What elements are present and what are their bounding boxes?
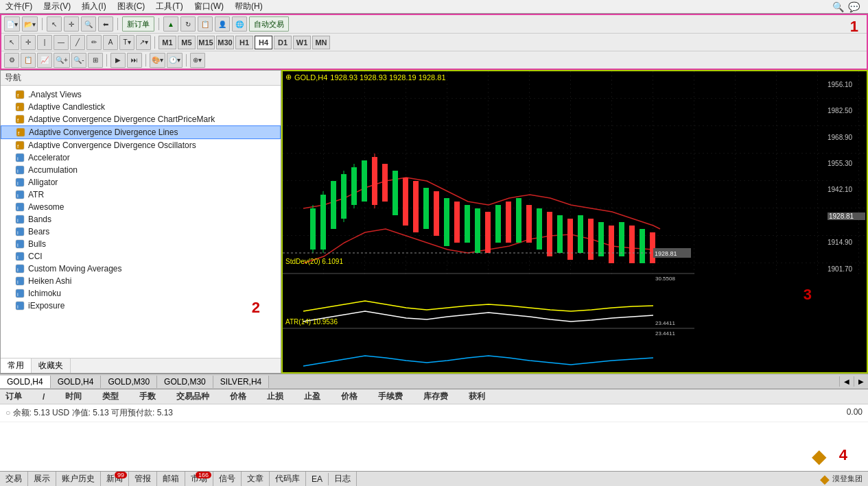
line-btn[interactable]: |	[37, 35, 52, 50]
indicator-item-16[interactable]: iIchimoku	[1, 287, 281, 300]
properties-btn[interactable]: ⚙	[4, 53, 19, 68]
tab-journal[interactable]: 日志	[329, 472, 357, 486]
chat-icon[interactable]: 💬	[848, 1, 860, 12]
indicator-item-3[interactable]: fAdaptive Convergence Divergence Lines	[1, 125, 281, 139]
open-btn[interactable]: 📂▾	[22, 16, 38, 32]
menu-item-insert[interactable]: 插入(I)	[79, 0, 108, 14]
indicator-item-13[interactable]: iCCI	[1, 250, 281, 263]
indicator-item-2[interactable]: fAdaptive Convergence Divergence ChartPr…	[1, 113, 281, 125]
tab-news[interactable]: 新闻 99	[101, 472, 129, 486]
indicator-list-btn[interactable]: 📈	[37, 53, 52, 68]
menu-item-window[interactable]: 窗口(W)	[191, 0, 226, 14]
indicator-label-4: Adaptive Convergence Divergence Oscillat…	[28, 141, 196, 150]
tab-trading[interactable]: 交易	[0, 472, 28, 486]
tab-favorites[interactable]: 收藏夹	[32, 359, 71, 373]
step-btn[interactable]: ⏭	[127, 53, 142, 68]
svg-text:i: i	[17, 193, 19, 199]
chart-tab-2[interactable]: GOLD,M30	[101, 376, 157, 388]
tab-market[interactable]: 市场 166	[185, 472, 213, 486]
tab-regular[interactable]: 常用	[1, 359, 32, 373]
col-price: 价格	[230, 391, 246, 402]
tf-m5[interactable]: M5	[178, 36, 196, 49]
menu-item-help[interactable]: 帮助(H)	[232, 0, 266, 14]
col-profit: 获利	[469, 391, 485, 402]
crosshair2-btn[interactable]: ✛	[21, 35, 36, 50]
tf-h4[interactable]: H4	[255, 36, 272, 49]
chart-nav-left[interactable]: ◀	[839, 376, 854, 387]
tf-mn[interactable]: MN	[312, 36, 330, 49]
tab-ea[interactable]: EA	[306, 473, 329, 485]
chart-tab-4[interactable]: SILVER,H4	[213, 376, 269, 388]
indicator-item-17[interactable]: iiExposure	[1, 300, 281, 312]
news-btn[interactable]: 🌐	[232, 16, 247, 32]
indicator-item-0[interactable]: f.Analyst Views	[1, 88, 281, 101]
menu-item-chart[interactable]: 图表(C)	[115, 0, 148, 14]
indicator-item-7[interactable]: iAlligator	[1, 176, 281, 189]
auto-trade-btn[interactable]: 自动交易	[249, 16, 289, 32]
indicator-item-1[interactable]: fAdaptive Candlestick	[1, 101, 281, 113]
menu-item-tools[interactable]: 工具(T)	[153, 0, 185, 14]
play-btn[interactable]: ▶	[110, 53, 126, 68]
tab-display[interactable]: 展示	[28, 472, 56, 486]
tf-m15[interactable]: M15	[197, 36, 215, 49]
penline-btn[interactable]: ✏	[86, 35, 102, 50]
left-tabs: 常用 收藏夹	[1, 358, 281, 373]
select-tool-btn[interactable]: ↖	[4, 35, 19, 50]
clock-btn[interactable]: 🕐▾	[167, 53, 183, 68]
account-btn[interactable]: 👤	[215, 16, 230, 32]
fibo-btn[interactable]: ↗▾	[136, 35, 151, 50]
tab-signals[interactable]: 信号	[213, 472, 242, 486]
tab-report[interactable]: 管报	[129, 472, 157, 486]
crosshair-btn[interactable]: ✛	[64, 16, 79, 32]
hline-btn[interactable]: —	[54, 35, 69, 50]
tf-m1[interactable]: M1	[159, 36, 176, 49]
indicator-list[interactable]: f.Analyst ViewsfAdaptive CandlestickfAda…	[1, 86, 281, 358]
tab-codebase[interactable]: 代码库	[270, 472, 306, 486]
zoom-in-nav-btn[interactable]: 🔍	[81, 16, 96, 32]
indicator-label-0: .Analyst Views	[28, 90, 82, 99]
tab-articles[interactable]: 文章	[242, 472, 270, 486]
text-btn[interactable]: A	[103, 35, 118, 50]
trendline-btn[interactable]: ╱	[70, 35, 85, 50]
sell-btn[interactable]: ↻	[180, 16, 196, 32]
indicator-item-14[interactable]: iCustom Moving Averages	[1, 263, 281, 275]
zoom-in-btn[interactable]: 🔍+	[54, 53, 70, 68]
grid-btn[interactable]: ⊞	[88, 53, 103, 68]
tab-account-history[interactable]: 账户历史	[56, 472, 101, 486]
chart-nav-right[interactable]: ▶	[854, 376, 868, 387]
new-chart-btn[interactable]: 📄▾	[4, 16, 20, 32]
chart-area[interactable]: ⊕ GOLD,H4 1928.93 1928.93 1928.19 1928.8…	[281, 70, 868, 374]
tab-mailbox[interactable]: 邮箱	[157, 472, 185, 486]
tf-h1[interactable]: H1	[235, 36, 253, 49]
search-icon[interactable]: 🔍	[832, 1, 844, 12]
indicator-item-5[interactable]: iAccelerator	[1, 151, 281, 164]
template-btn[interactable]: 📋	[21, 53, 36, 68]
tf-w1[interactable]: W1	[293, 36, 311, 49]
col-price2: 价格	[341, 391, 357, 402]
color-btn[interactable]: 🎨▾	[150, 53, 165, 68]
chart-tab-0[interactable]: GOLD,H4	[0, 376, 51, 388]
textlabel-btn[interactable]: T▾	[119, 35, 134, 50]
indicator-item-15[interactable]: iHeiken Ashi	[1, 275, 281, 287]
indicator-item-11[interactable]: iBears	[1, 226, 281, 238]
snap-btn[interactable]: ⊕▾	[190, 53, 205, 68]
chart-tab-1[interactable]: GOLD,H4	[51, 376, 102, 388]
menu-item-view[interactable]: 显示(V)	[40, 0, 73, 14]
indicator-item-9[interactable]: iAwesome	[1, 201, 281, 213]
indicator-item-4[interactable]: fAdaptive Convergence Divergence Oscilla…	[1, 139, 281, 151]
indicator-item-12[interactable]: iBulls	[1, 238, 281, 250]
chart-tab-3[interactable]: GOLD,M30	[157, 376, 213, 388]
tf-d1[interactable]: D1	[274, 36, 292, 49]
new-order-btn[interactable]: 新订单	[122, 16, 154, 32]
arrow-btn[interactable]: ↖	[47, 16, 62, 32]
indicator-item-8[interactable]: iATR	[1, 189, 281, 201]
indicator-item-6[interactable]: iAccumulation	[1, 164, 281, 176]
history-btn[interactable]: 📋	[198, 16, 213, 32]
zoom-out-btn[interactable]: 🔍-	[71, 53, 86, 68]
svg-rect-43	[331, 181, 336, 229]
indicator-item-10[interactable]: iBands	[1, 213, 281, 226]
menu-item-file[interactable]: 文件(F)	[3, 0, 35, 14]
tf-m30[interactable]: M30	[216, 36, 234, 49]
buy-btn[interactable]: ▲	[163, 16, 178, 32]
cursor-btn[interactable]: ⬅	[98, 16, 113, 32]
